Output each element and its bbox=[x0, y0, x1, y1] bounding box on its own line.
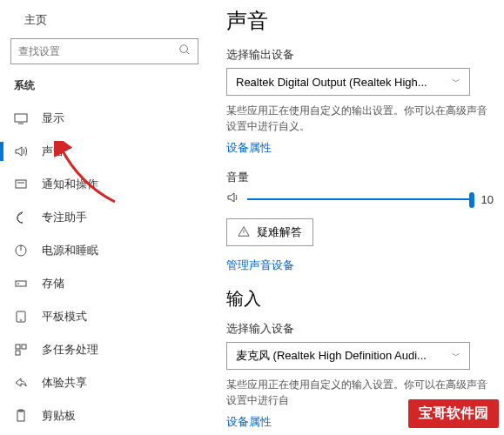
nav-label: 存储 bbox=[42, 276, 64, 291]
sound-icon bbox=[14, 144, 28, 158]
chevron-down-icon: ﹀ bbox=[452, 350, 460, 362]
sidebar-item-sound[interactable]: 声音 bbox=[0, 135, 209, 168]
output-device-select[interactable]: Realtek Digital Output (Realtek High... … bbox=[226, 68, 470, 96]
power-icon bbox=[14, 244, 28, 258]
sidebar-item-storage[interactable]: 存储 bbox=[0, 267, 209, 300]
nav-label: 剪贴板 bbox=[42, 408, 76, 424]
speaker-icon bbox=[226, 191, 240, 208]
clipboard-icon bbox=[14, 409, 28, 423]
watermark-badge: 宝哥软件园 bbox=[408, 399, 499, 428]
sidebar: 主页 系统 显示 声音 通知和操作 专注助手 电源和睡眠 存储 平板模式 bbox=[0, 0, 209, 435]
sidebar-item-notifications[interactable]: 通知和操作 bbox=[0, 168, 209, 201]
search-wrap bbox=[0, 33, 209, 73]
home-label: 主页 bbox=[24, 12, 47, 28]
slider-thumb[interactable] bbox=[469, 192, 474, 208]
notification-icon bbox=[14, 177, 28, 191]
multitask-icon bbox=[14, 343, 28, 357]
output-troubleshoot-button[interactable]: 疑难解答 bbox=[226, 218, 313, 246]
output-device-value: Realtek Digital Output (Realtek High... bbox=[236, 76, 427, 89]
svg-rect-9 bbox=[22, 345, 26, 349]
svg-rect-1 bbox=[15, 114, 27, 122]
svg-rect-10 bbox=[16, 351, 20, 355]
sidebar-item-share[interactable]: 体验共享 bbox=[0, 366, 209, 399]
nav-label: 多任务处理 bbox=[42, 342, 98, 358]
svg-rect-2 bbox=[16, 180, 26, 188]
sidebar-item-focus[interactable]: 专注助手 bbox=[0, 201, 209, 234]
section-title: 系统 bbox=[0, 73, 209, 102]
input-device-value: 麦克风 (Realtek High Definition Audi... bbox=[236, 348, 427, 364]
volume-label: 音量 bbox=[226, 170, 494, 185]
output-device-label: 选择输出设备 bbox=[226, 47, 494, 63]
search-input[interactable] bbox=[18, 45, 178, 57]
sidebar-item-clipboard[interactable]: 剪贴板 bbox=[0, 399, 209, 432]
storage-icon bbox=[14, 277, 28, 291]
input-device-label: 选择输入设备 bbox=[226, 321, 494, 337]
svg-rect-8 bbox=[16, 345, 20, 349]
input-device-props-link[interactable]: 设备属性 bbox=[226, 414, 272, 430]
svg-point-0 bbox=[180, 45, 188, 53]
share-icon bbox=[14, 376, 28, 390]
sidebar-item-tablet[interactable]: 平板模式 bbox=[0, 300, 209, 333]
volume-row: 10 bbox=[226, 191, 494, 208]
input-section-title: 输入 bbox=[226, 287, 494, 311]
svg-rect-11 bbox=[17, 411, 24, 421]
page-title: 声音 bbox=[226, 7, 494, 35]
display-icon bbox=[14, 111, 28, 125]
svg-rect-4 bbox=[16, 281, 26, 286]
moon-icon bbox=[14, 211, 28, 224]
input-device-select[interactable]: 麦克风 (Realtek High Definition Audi... ﹀ bbox=[226, 342, 470, 370]
manage-devices-link[interactable]: 管理声音设备 bbox=[226, 258, 294, 273]
search-box[interactable] bbox=[10, 38, 198, 64]
output-note: 某些应用正在使用自定义的输出设置。你可以在高级声音设置中进行自义。 bbox=[226, 103, 494, 134]
nav-label: 通知和操作 bbox=[42, 177, 98, 192]
nav-label: 专注助手 bbox=[42, 210, 87, 225]
svg-point-5 bbox=[18, 284, 19, 284]
nav-label: 平板模式 bbox=[42, 309, 87, 325]
nav-label: 体验共享 bbox=[42, 375, 87, 391]
tablet-icon bbox=[14, 310, 28, 324]
troubleshoot-label: 疑难解答 bbox=[257, 224, 302, 240]
volume-slider[interactable] bbox=[247, 198, 474, 200]
nav-label: 电源和睡眠 bbox=[42, 243, 98, 258]
home-link[interactable]: 主页 bbox=[0, 7, 209, 33]
sidebar-item-power[interactable]: 电源和睡眠 bbox=[0, 234, 209, 267]
chevron-down-icon: ﹀ bbox=[452, 76, 460, 88]
content-pane: 声音 选择输出设备 Realtek Digital Output (Realte… bbox=[209, 0, 504, 435]
search-icon bbox=[178, 44, 191, 59]
sidebar-item-display[interactable]: 显示 bbox=[0, 102, 209, 135]
warning-icon bbox=[238, 225, 250, 240]
svg-point-7 bbox=[21, 320, 22, 321]
nav-label: 声音 bbox=[42, 144, 64, 159]
nav-label: 显示 bbox=[42, 110, 64, 126]
output-device-props-link[interactable]: 设备属性 bbox=[226, 140, 272, 156]
sidebar-item-multitask[interactable]: 多任务处理 bbox=[0, 333, 209, 366]
volume-value: 10 bbox=[481, 193, 494, 206]
